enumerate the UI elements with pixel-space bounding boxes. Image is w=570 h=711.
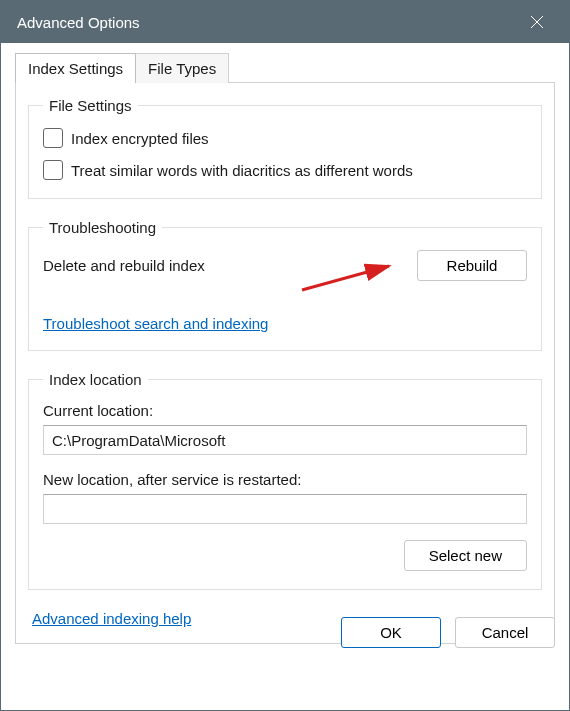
index-location-legend: Index location (43, 371, 148, 388)
close-icon (530, 15, 544, 29)
diacritics-row[interactable]: Treat similar words with diacritics as d… (43, 160, 527, 180)
current-location-value: C:\ProgramData\Microsoft (43, 425, 527, 455)
diacritics-label: Treat similar words with diacritics as d… (71, 162, 413, 179)
index-location-group: Index location Current location: C:\Prog… (28, 371, 542, 590)
new-location-value (43, 494, 527, 524)
diacritics-checkbox[interactable] (43, 160, 63, 180)
tabs: Index Settings File Types (15, 53, 555, 83)
file-settings-legend: File Settings (43, 97, 138, 114)
close-button[interactable] (517, 2, 557, 42)
cancel-button[interactable]: Cancel (455, 617, 555, 648)
troubleshooting-group: Troubleshooting Delete and rebuild index… (28, 219, 542, 351)
svg-line-2 (302, 266, 389, 290)
tab-panel: File Settings Index encrypted files Trea… (15, 82, 555, 644)
window-title: Advanced Options (17, 14, 140, 31)
tab-file-types[interactable]: File Types (136, 53, 229, 83)
index-encrypted-row[interactable]: Index encrypted files (43, 128, 527, 148)
current-location-label: Current location: (43, 402, 527, 419)
rebuild-button[interactable]: Rebuild (417, 250, 527, 281)
new-location-label: New location, after service is restarted… (43, 471, 527, 488)
tab-index-settings[interactable]: Index Settings (15, 53, 136, 83)
advanced-help-link[interactable]: Advanced indexing help (32, 610, 191, 627)
dialog-footer: OK Cancel (341, 617, 555, 648)
ok-button[interactable]: OK (341, 617, 441, 648)
troubleshoot-link[interactable]: Troubleshoot search and indexing (43, 315, 268, 332)
titlebar: Advanced Options (1, 1, 569, 43)
file-settings-group: File Settings Index encrypted files Trea… (28, 97, 542, 199)
index-encrypted-label: Index encrypted files (71, 130, 209, 147)
arrow-annotation (297, 260, 397, 294)
delete-rebuild-label: Delete and rebuild index (43, 257, 205, 274)
index-encrypted-checkbox[interactable] (43, 128, 63, 148)
troubleshooting-legend: Troubleshooting (43, 219, 162, 236)
select-new-button[interactable]: Select new (404, 540, 527, 571)
